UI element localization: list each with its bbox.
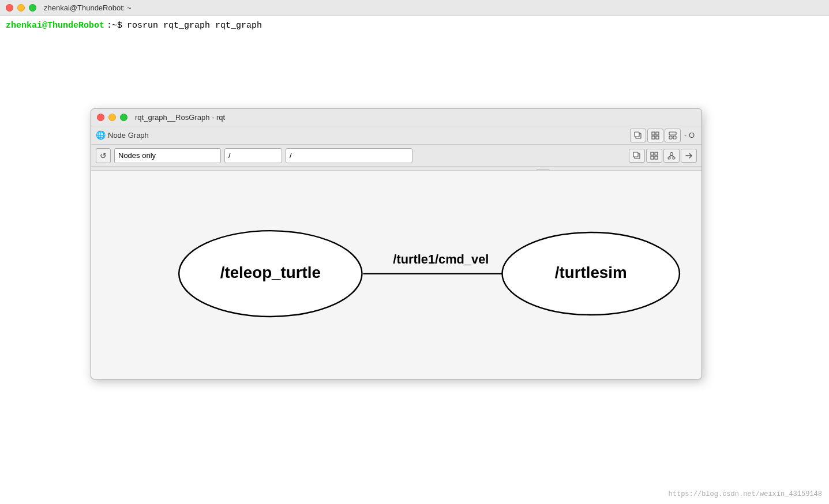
- watermark: https://blog.csdn.net/weixin_43159148: [669, 490, 822, 498]
- filter-input[interactable]: [286, 148, 412, 163]
- ctrl-arrow-btn[interactable]: [681, 149, 697, 163]
- minimize-button[interactable]: [17, 4, 25, 12]
- terminal-content: zhenkai@ThundeRobot :~$ rosrun rqt_graph…: [0, 16, 829, 35]
- node-graph-label: Node Graph: [108, 131, 149, 140]
- toolbar-grid-btn[interactable]: [647, 129, 663, 142]
- svg-rect-12: [655, 152, 658, 155]
- rqt-title: rqt_graph__RosGraph - rqt: [135, 113, 225, 122]
- svg-line-19: [672, 155, 674, 157]
- graph-area: /teleop_turtle /turtle1/cmd_vel /turtles…: [91, 170, 702, 379]
- terminal-titlebar: zhenkai@ThundeRobot: ~: [0, 0, 829, 16]
- close-button[interactable]: [6, 4, 13, 12]
- ctrl-layout-btn[interactable]: [646, 149, 662, 163]
- svg-point-16: [668, 157, 670, 159]
- rqt-minimize-button[interactable]: [108, 114, 116, 121]
- terminal-prompt-line: zhenkai@ThundeRobot :~$ rosrun rqt_graph…: [6, 21, 823, 31]
- toolbar-right: - O: [630, 129, 697, 142]
- ctrl-layout2-btn[interactable]: [663, 149, 680, 163]
- controls-right: [629, 149, 697, 163]
- globe-icon: 🌐: [96, 130, 106, 140]
- rqt-maximize-button[interactable]: [120, 114, 127, 121]
- prompt-separator: :~$: [107, 21, 122, 31]
- node-turtlesim-label: /turtlesim: [555, 264, 627, 281]
- svg-line-18: [669, 155, 672, 157]
- rqt-window: rqt_graph__RosGraph - rqt 🌐 Node Graph: [91, 108, 702, 379]
- svg-rect-5: [656, 136, 659, 139]
- svg-rect-14: [655, 156, 658, 159]
- svg-rect-4: [652, 136, 655, 139]
- view-mode-dropdown[interactable]: Nodes only Nodes/Topics (all) Nodes/Topi…: [114, 148, 221, 163]
- edge-label: /turtle1/cmd_vel: [393, 252, 489, 266]
- refresh-button[interactable]: ↺: [96, 148, 111, 163]
- svg-rect-2: [652, 132, 655, 135]
- toolbar-copy-btn[interactable]: [630, 129, 646, 142]
- svg-rect-8: [673, 136, 676, 139]
- window-controls[interactable]: - O: [682, 131, 697, 140]
- rqt-titlebar: rqt_graph__RosGraph - rqt: [91, 109, 702, 126]
- ctrl-copy-btn[interactable]: [629, 149, 645, 163]
- svg-rect-10: [633, 152, 638, 157]
- svg-point-15: [670, 152, 673, 155]
- svg-rect-7: [669, 136, 672, 139]
- prompt-username: zhenkai@ThundeRobot: [6, 21, 104, 31]
- graph-svg: /teleop_turtle /turtle1/cmd_vel /turtles…: [91, 171, 702, 379]
- rqt-controls: ↺ Nodes only Nodes/Topics (all) Nodes/To…: [91, 145, 702, 167]
- rqt-close-button[interactable]: [97, 114, 104, 121]
- svg-rect-3: [656, 132, 659, 135]
- toolbar-grid2-btn[interactable]: [665, 129, 681, 142]
- svg-rect-6: [669, 132, 676, 135]
- svg-rect-11: [651, 152, 654, 155]
- maximize-button[interactable]: [29, 4, 36, 12]
- node-teleop-turtle-label: /teleop_turtle: [220, 264, 321, 281]
- svg-rect-1: [635, 132, 639, 137]
- rqt-menubar: 🌐 Node Graph: [91, 126, 702, 145]
- svg-point-17: [673, 157, 675, 159]
- prompt-command: rosrun rqt_graph rqt_graph: [127, 21, 262, 31]
- svg-rect-13: [651, 156, 654, 159]
- terminal-title: zhenkai@ThundeRobot: ~: [44, 3, 132, 12]
- namespace-input[interactable]: [224, 148, 282, 163]
